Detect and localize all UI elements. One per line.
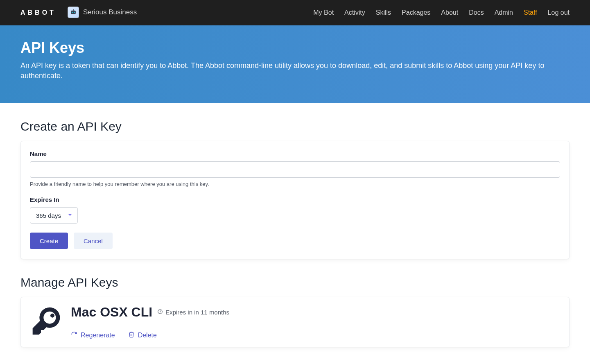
regenerate-button[interactable]: Regenerate [71,331,115,339]
nav-link-docs[interactable]: Docs [469,9,484,16]
svg-point-1 [72,11,73,13]
nav-link-skills[interactable]: Skills [376,9,391,16]
key-expires-text: Expires in in 11 months [165,309,229,316]
refresh-icon [71,331,77,339]
nav-link-packages[interactable]: Packages [402,9,430,16]
delete-button[interactable]: Delete [128,331,157,339]
key-card: Mac OSX CLI Expires in in 11 months Rege… [20,297,570,347]
cancel-button[interactable]: Cancel [74,233,113,249]
expires-select[interactable]: 365 days [30,207,78,224]
svg-rect-3 [73,9,74,10]
manage-section-title: Manage API Keys [20,276,570,289]
name-help-text: Provide a friendly name to help you reme… [30,181,560,187]
nav-link-mybot[interactable]: My Bot [313,9,334,16]
name-label: Name [30,150,560,157]
create-button[interactable]: Create [30,233,68,249]
key-icon [30,305,63,339]
svg-rect-0 [71,10,76,14]
brand-logo[interactable]: ABBOT [20,9,56,16]
page-hero: API Keys An API key is a token that can … [0,25,590,103]
expires-label: Expires In [30,196,560,203]
trash-icon [128,331,135,339]
top-nav: ABBOT Serious Business My Bot Activity S… [0,0,590,25]
create-section-title: Create an API Key [20,120,570,133]
key-expires: Expires in in 11 months [157,309,229,316]
nav-link-staff[interactable]: Staff [524,9,537,16]
nav-link-about[interactable]: About [441,9,458,16]
org-switcher[interactable]: Serious Business [68,7,137,19]
page-subtitle: An API key is a token that can identify … [20,61,553,81]
nav-links: My Bot Activity Skills Packages About Do… [313,9,570,16]
nav-link-activity[interactable]: Activity [344,9,365,16]
create-key-card: Name Provide a friendly name to help you… [20,141,570,259]
key-name: Mac OSX CLI [71,305,152,320]
bot-avatar-icon [68,7,79,18]
org-name: Serious Business [83,8,137,16]
clock-icon [157,309,163,316]
name-input[interactable] [30,161,560,178]
nav-link-admin[interactable]: Admin [495,9,513,16]
svg-point-2 [74,11,75,13]
nav-link-logout[interactable]: Log out [548,9,570,16]
page-title: API Keys [20,39,570,57]
